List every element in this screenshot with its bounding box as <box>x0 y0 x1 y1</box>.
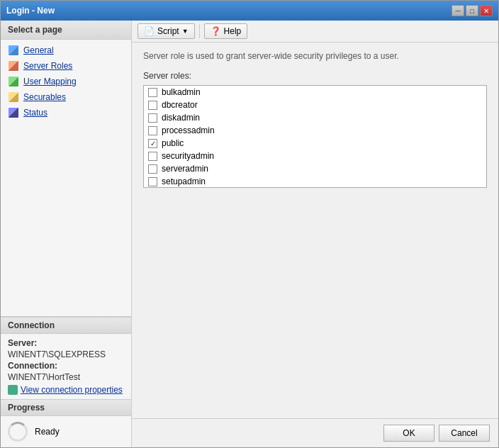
list-item[interactable]: diskadmin <box>144 111 486 124</box>
help-icon: ❓ <box>211 26 221 36</box>
ok-button[interactable]: OK <box>383 425 434 442</box>
role-label: securityadmin <box>162 151 214 161</box>
sidebar-item-server-roles[interactable]: Server Roles <box>1 58 131 74</box>
connection-value: WINENT7\HortTest <box>8 372 80 382</box>
description-text: Server role is used to grant server-wide… <box>143 51 487 61</box>
general-icon <box>8 45 19 56</box>
role-label: serveradmin <box>162 164 208 174</box>
role-label: diskadmin <box>162 113 200 123</box>
progress-header: Progress <box>1 400 131 416</box>
connection-label-row: Connection: <box>8 361 124 371</box>
server-roles-icon <box>8 60 19 72</box>
view-connection-link[interactable]: View connection properties <box>8 385 124 395</box>
role-checkbox: ✓ <box>148 139 157 148</box>
title-bar-controls: ─ □ ✕ <box>452 5 493 16</box>
cancel-button[interactable]: Cancel <box>439 425 490 442</box>
sidebar-item-status-label: Status <box>23 108 47 118</box>
role-label: dbcreator <box>162 100 198 110</box>
securables-icon <box>8 91 19 103</box>
progress-content: Ready <box>1 416 131 447</box>
window-title: Login - New <box>6 6 55 16</box>
connection-section: Connection Server: WINENT7\SQLEXPRESS Co… <box>1 316 131 399</box>
list-item[interactable]: bulkadmin <box>144 86 486 99</box>
view-connection-label: View connection properties <box>21 385 123 395</box>
server-row: Server: <box>8 338 124 348</box>
connection-details: Server: WINENT7\SQLEXPRESS Connection: W… <box>1 334 131 399</box>
main-body: Server role is used to grant server-wide… <box>132 43 498 418</box>
connection-label: Connection: <box>8 361 57 371</box>
sidebar-item-securables[interactable]: Securables <box>1 89 131 105</box>
server-value: WINENT7\SQLEXPRESS <box>8 349 106 359</box>
server-value-row: WINENT7\SQLEXPRESS <box>8 349 124 359</box>
progress-spinner <box>8 422 28 442</box>
server-roles-label: Server roles: <box>143 71 487 81</box>
sidebar-item-status[interactable]: Status <box>1 105 131 121</box>
role-checkbox <box>148 152 157 161</box>
select-page-header: Select a page <box>1 21 131 40</box>
role-label: public <box>162 138 184 148</box>
list-item[interactable]: securityadmin <box>144 150 486 162</box>
role-label: processadmin <box>162 125 215 135</box>
nav-items: General Server Roles User Mapping <box>1 40 131 316</box>
sidebar-item-securables-label: Securables <box>23 92 66 102</box>
title-bar: Login - New ─ □ ✕ <box>1 1 498 21</box>
script-dropdown-arrow: ▼ <box>182 28 189 35</box>
toolbar: 📄 Script ▼ ❓ Help <box>132 21 498 43</box>
user-mapping-icon <box>8 76 19 87</box>
list-item[interactable]: processadmin <box>144 124 486 137</box>
sidebar-item-user-mapping[interactable]: User Mapping <box>1 74 131 89</box>
close-button[interactable]: ✕ <box>480 5 493 16</box>
list-item[interactable]: dbcreator <box>144 99 486 111</box>
window-content: Select a page General Server Roles <box>1 21 498 447</box>
maximize-button[interactable]: □ <box>466 5 478 16</box>
progress-status: Ready <box>35 427 60 437</box>
role-checkbox <box>148 126 157 135</box>
status-icon <box>8 107 19 118</box>
script-icon: 📄 <box>144 26 155 36</box>
server-label: Server: <box>8 338 37 348</box>
script-button[interactable]: 📄 Script ▼ <box>138 23 195 39</box>
role-checkbox <box>148 113 157 123</box>
login-new-window: Login - New ─ □ ✕ Select a page General <box>0 0 499 448</box>
sidebar-item-general[interactable]: General <box>1 43 131 58</box>
role-label: bulkadmin <box>162 87 201 97</box>
script-label: Script <box>157 26 179 36</box>
list-item[interactable]: ✓public <box>144 137 486 150</box>
connection-value-row: WINENT7\HortTest <box>8 372 124 382</box>
list-item[interactable]: serveradmin <box>144 162 486 175</box>
role-checkbox <box>148 164 157 174</box>
sidebar: Select a page General Server Roles <box>1 21 132 447</box>
link-icon <box>8 385 18 395</box>
role-checkbox <box>148 88 157 97</box>
main-content: 📄 Script ▼ ❓ Help Server role is used to… <box>132 21 498 447</box>
bottom-bar: OK Cancel <box>132 418 498 447</box>
toolbar-divider <box>199 24 200 38</box>
roles-list[interactable]: bulkadmindbcreatordiskadminprocessadmin✓… <box>143 85 487 188</box>
role-checkbox <box>148 177 157 186</box>
role-label: setupadmin <box>162 177 206 186</box>
sidebar-item-user-mapping-label: User Mapping <box>23 77 77 86</box>
sidebar-item-general-label: General <box>23 45 54 55</box>
sidebar-item-server-roles-label: Server Roles <box>23 61 72 71</box>
list-item[interactable]: setupadmin <box>144 175 486 188</box>
help-button[interactable]: ❓ Help <box>204 23 248 39</box>
progress-section: Progress Ready <box>1 399 131 447</box>
help-label: Help <box>224 26 242 36</box>
connection-header: Connection <box>1 317 131 334</box>
role-checkbox <box>148 101 157 110</box>
minimize-button[interactable]: ─ <box>452 5 464 16</box>
